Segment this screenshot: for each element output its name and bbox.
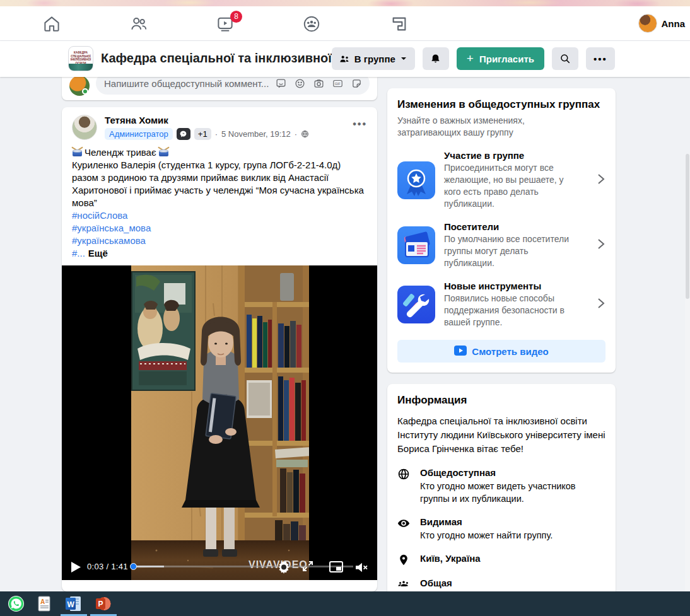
info-item-title: Общедоступная — [420, 467, 605, 478]
location-pin-icon — [397, 553, 411, 566]
drum-emoji — [158, 148, 169, 157]
changes-item-desc: Появились новые способы поддержания безо… — [444, 293, 576, 328]
group-avatar[interactable]: КАФЕДРА СПЕЦІАЛЬНОЇ ІНКЛЮЗИВНОЇ ОСВІТИ — [68, 46, 93, 71]
chevron-right-icon — [597, 298, 605, 311]
tools-icon — [397, 286, 435, 323]
scrollbar[interactable] — [685, 154, 690, 616]
globe-icon — [397, 467, 411, 505]
post-timestamp[interactable]: 5 November, 19:12 — [221, 129, 291, 139]
right-sidebar: Изменения в общедоступных группах Узнайт… — [387, 88, 616, 601]
notifications-button[interactable] — [423, 47, 449, 70]
bell-icon — [430, 53, 441, 65]
more-options-button[interactable]: ••• — [586, 47, 615, 70]
search-button[interactable] — [552, 47, 578, 70]
info-item-desc: Кто угодно может найти группу. — [420, 529, 553, 542]
info-item-title: Київ, Україна — [420, 553, 481, 564]
post-line1: Челендж триває — [85, 146, 156, 159]
info-item-title: Общая — [420, 578, 452, 588]
hashtag-link[interactable]: #українська_мова — [72, 222, 367, 235]
more-icon: ••• — [594, 54, 607, 64]
comment-placeholder: Напишите общедоступный коммент... — [96, 78, 276, 89]
people-icon — [397, 578, 411, 591]
hashtag-link[interactable]: #носійСлова — [72, 209, 367, 222]
changes-item-title: Новые инструменты — [444, 281, 588, 291]
changes-item-tools[interactable]: Новые инструменты Появились новые способ… — [397, 281, 605, 328]
gaming-icon[interactable] — [390, 15, 409, 33]
watch-video-label: Смотреть видео — [472, 346, 548, 357]
info-title: Информация — [397, 394, 605, 407]
joined-button-label: В группе — [354, 54, 395, 64]
account-chip[interactable]: Anna — [638, 14, 686, 33]
group-header: КАФЕДРА СПЕЦІАЛЬНОЇ ІНКЛЮЗИВНОЇ ОСВІТИ К… — [0, 41, 690, 77]
group-info-card: Информация Кафедра спеціальної та інклюз… — [387, 384, 616, 601]
svg-text:GIF: GIF — [335, 81, 341, 85]
changes-item-title: Участие в группе — [444, 150, 588, 161]
info-item-visible: Видимая Кто угодно может найти группу. — [397, 516, 605, 542]
info-item-location: Київ, Україна — [397, 553, 605, 566]
visitor-cards-icon — [397, 226, 435, 264]
play-button[interactable] — [71, 562, 81, 572]
video-play-icon — [454, 346, 467, 357]
video-player[interactable]: 0:03 / 1:41 VIVAVIDEO — [62, 265, 377, 580]
post-author-avatar[interactable] — [72, 115, 97, 140]
changes-item-desc: Присоединиться могут все желающие, но вы… — [444, 162, 576, 210]
video-progress-thumb[interactable] — [130, 563, 137, 570]
comment-input[interactable]: Напишите общедоступный коммент... GIF — [96, 77, 370, 95]
taskbar: A W P — [0, 591, 690, 616]
fullscreen-icon[interactable] — [303, 561, 313, 571]
video-settings-icon[interactable] — [276, 559, 291, 574]
home-icon[interactable] — [42, 15, 61, 33]
sticker-icon[interactable] — [351, 78, 362, 89]
invite-button[interactable]: + Пригласить — [457, 47, 544, 70]
friends-icon[interactable] — [129, 15, 148, 33]
eye-icon — [397, 516, 411, 542]
info-item-public: Общедоступная Кто угодно может видеть уч… — [397, 467, 605, 505]
page-content: Напишите общедоступный коммент... GIF Те… — [0, 77, 690, 591]
info-about: Кафедра спеціальної та інклюзивної освіт… — [397, 414, 605, 456]
watch-video-button[interactable]: Смотреть видео — [397, 340, 605, 363]
extra-badge: +1 — [194, 128, 211, 140]
mute-icon[interactable] — [354, 562, 368, 573]
picture-in-picture-icon[interactable] — [329, 561, 343, 572]
info-item-desc: Кто угодно может видеть участников групп… — [420, 480, 605, 505]
changes-item-desc: По умолчанию все посетители группы могут… — [444, 233, 576, 269]
drum-emoji — [72, 148, 83, 157]
post-card: Тетяна Хомик Администратор +1 · 5 Novemb… — [62, 107, 377, 591]
desktop-wallpaper-strip — [0, 0, 690, 6]
avatar-sticker-icon[interactable] — [276, 78, 286, 89]
chevron-down-icon — [400, 55, 407, 62]
group-members-icon — [339, 54, 350, 64]
hashtag-link[interactable]: #українськамова — [72, 235, 367, 247]
svg-text:W: W — [67, 600, 74, 609]
user-name: Anna — [662, 18, 686, 29]
powerpoint-icon[interactable]: P — [95, 595, 112, 612]
scrollbar-thumb[interactable] — [686, 154, 689, 299]
chevron-right-icon — [597, 238, 605, 252]
watch-notification-badge: 8 — [230, 11, 242, 23]
joined-button[interactable]: В группе — [332, 47, 415, 70]
post-author-name[interactable]: Тетяна Хомик — [105, 115, 367, 125]
gif-icon[interactable]: GIF — [332, 78, 343, 89]
groups-icon[interactable] — [302, 15, 321, 33]
video-progress-bar[interactable] — [131, 566, 353, 567]
changes-item-participation[interactable]: Участие в группе Присоединиться могут вс… — [397, 150, 605, 210]
watch-icon[interactable]: 8 — [216, 15, 235, 33]
changes-item-title: Посетители — [444, 221, 588, 232]
meta-dot2: · — [295, 129, 297, 139]
whatsapp-icon[interactable] — [8, 595, 25, 612]
post-menu-button[interactable]: ••• — [353, 119, 367, 130]
changes-subtitle: Узнайте о важных изменениях, затрагивающ… — [397, 115, 574, 139]
chevron-right-icon — [597, 173, 605, 187]
changes-item-visitors[interactable]: Посетители По умолчанию все посетители г… — [397, 221, 605, 269]
see-more-link[interactable]: Ещё — [88, 247, 108, 260]
admin-badge: Администратор — [105, 128, 173, 140]
invite-button-label: Пригласить — [479, 54, 534, 64]
post-body: Куриленко Валерія (студентка 1 курсу, гр… — [72, 159, 367, 209]
word-icon[interactable]: W — [65, 595, 82, 612]
emoji-icon[interactable] — [295, 78, 305, 89]
user-avatar — [638, 14, 657, 33]
plus-icon: + — [467, 52, 474, 66]
camera-icon[interactable] — [313, 78, 324, 89]
wordpad-icon[interactable]: A — [36, 595, 53, 612]
info-item-title: Видимая — [420, 516, 553, 527]
